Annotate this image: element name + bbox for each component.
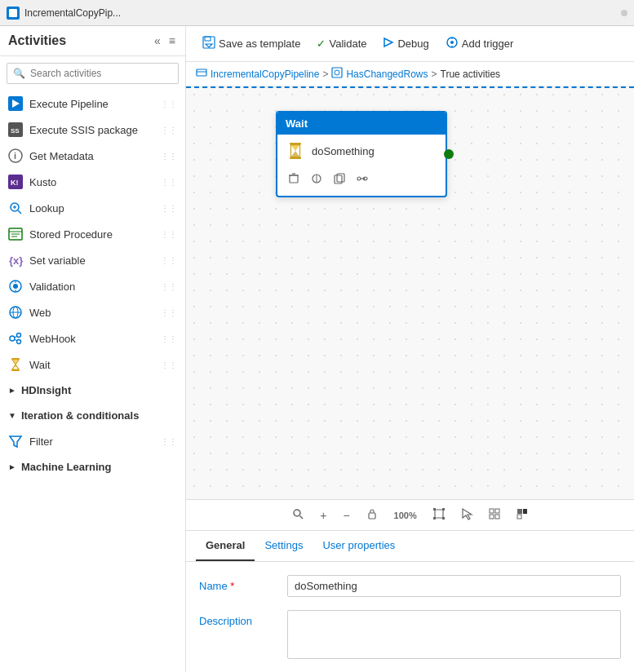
validate-icon: ✓ (317, 38, 326, 50)
filter-activity-icon (8, 434, 23, 449)
activity-item-get-metadata[interactable]: i Get Metadata ⋮⋮ (0, 143, 185, 169)
node-actions (277, 167, 446, 196)
canvas-area[interactable]: Wait doSomething (186, 86, 634, 500)
activity-item-execute-ssis[interactable]: SS Execute SSIS package ⋮⋮ (0, 117, 185, 143)
description-input[interactable] (287, 610, 621, 659)
svg-rect-0 (9, 9, 17, 17)
svg-rect-71 (495, 515, 499, 519)
debug-icon (383, 37, 394, 51)
wait-icon (8, 357, 23, 372)
breadcrumb-icon (196, 67, 207, 81)
node-view-button[interactable] (308, 170, 325, 189)
validate-label: Validate (329, 38, 366, 50)
svg-line-10 (18, 210, 21, 214)
webhook-icon (8, 331, 23, 346)
svg-point-27 (17, 340, 21, 344)
add-trigger-button[interactable]: Add trigger (439, 33, 521, 55)
debug-button[interactable]: Debug (376, 33, 435, 54)
drag-handle: ⋮⋮ (161, 256, 177, 265)
activity-item-web[interactable]: Web ⋮⋮ (0, 299, 185, 325)
canvas-lock-button[interactable] (361, 505, 383, 525)
node-connect-button[interactable] (354, 170, 370, 189)
activity-item-lookup[interactable]: Lookup ⋮⋮ (0, 195, 185, 221)
trigger-icon (446, 36, 459, 51)
svg-rect-68 (490, 509, 494, 513)
activity-item-set-variable[interactable]: {x} Set variable ⋮⋮ (0, 247, 185, 273)
section-iteration[interactable]: ▼ Iteration & conditionals (0, 403, 185, 428)
node-delete-button[interactable] (286, 170, 302, 189)
activity-label-validation: Validation (29, 281, 75, 293)
properties-tabs: General Settings User properties (186, 531, 634, 562)
activity-item-filter[interactable]: Filter ⋮⋮ (0, 428, 185, 454)
svg-rect-41 (197, 69, 206, 76)
name-input[interactable] (287, 575, 621, 597)
breadcrumb-pipeline[interactable]: IncrementalCopyPipeline (211, 69, 319, 80)
activity-item-wait[interactable]: Wait ⋮⋮ (0, 351, 185, 378)
svg-point-55 (357, 177, 361, 180)
sidebar-header: Activities « ≡ (0, 26, 185, 56)
canvas-select-button[interactable] (456, 505, 477, 525)
activity-label-lookup: Lookup (29, 202, 64, 214)
activity-label-filter: Filter (29, 435, 53, 448)
svg-point-26 (17, 334, 21, 338)
chevron-down-icon: ▼ (8, 411, 16, 420)
activity-item-kusto[interactable]: K! Kusto ⋮⋮ (0, 169, 185, 195)
get-metadata-icon: i (8, 148, 23, 163)
svg-text:{x}: {x} (9, 254, 23, 267)
drag-handle: ⋮⋮ (161, 230, 177, 239)
node-header: Wait (277, 113, 446, 135)
node-copy-button[interactable] (331, 170, 348, 189)
unsaved-indicator (621, 10, 627, 16)
tab-general[interactable]: General (196, 531, 255, 561)
breadcrumb-has-changed-rows[interactable]: HasChangedRows (346, 69, 428, 80)
activity-item-stored-procedure[interactable]: Stored Procedure ⋮⋮ (0, 221, 185, 247)
sidebar: Activities « ≡ 🔍 Execut (0, 26, 186, 672)
svg-rect-70 (490, 515, 494, 519)
search-input[interactable] (7, 63, 179, 84)
activity-label-get-metadata: Get Metadata (29, 150, 94, 162)
title-bar-text: IncrementalCopyPip... (24, 7, 616, 19)
drag-handle: ⋮⋮ (161, 437, 177, 446)
node-name-label: doSomething (312, 145, 375, 157)
svg-marker-35 (206, 44, 212, 47)
drag-handle: ⋮⋮ (161, 204, 177, 213)
wait-activity-node[interactable]: Wait doSomething (276, 111, 447, 197)
save-as-template-button[interactable]: Save as template (196, 33, 307, 55)
filter-icon[interactable]: ≡ (167, 33, 177, 49)
description-label: Description (199, 610, 281, 627)
canvas-frame-button[interactable] (428, 505, 450, 525)
svg-marker-36 (384, 38, 392, 46)
canvas-grid-button[interactable] (484, 505, 505, 525)
section-machine-learning[interactable]: ► Machine Learning (0, 454, 185, 480)
svg-rect-43 (332, 68, 342, 77)
canvas-zoom-in-button[interactable]: + (315, 506, 331, 525)
activity-item-webhook[interactable]: WebHook ⋮⋮ (0, 325, 185, 351)
svg-text:K!: K! (11, 179, 19, 187)
activity-list: Execute Pipeline ⋮⋮ SS Execute SSIS pack… (0, 91, 185, 672)
drag-handle: ⋮⋮ (161, 126, 177, 135)
title-bar: IncrementalCopyPip... (0, 0, 634, 26)
svg-point-44 (335, 70, 339, 75)
stored-procedure-icon (8, 227, 23, 241)
canvas-fit-button[interactable]: 100% (389, 507, 422, 524)
activity-item-validation[interactable]: Validation ⋮⋮ (0, 273, 185, 299)
search-box: 🔍 (7, 63, 179, 84)
svg-rect-66 (442, 517, 445, 519)
canvas-options-button[interactable] (512, 505, 533, 525)
debug-label: Debug (397, 38, 428, 50)
set-variable-icon: {x} (8, 253, 23, 267)
validate-button[interactable]: ✓ Validate (310, 34, 373, 53)
collapse-icon[interactable]: « (153, 33, 162, 49)
node-body: doSomething (277, 135, 446, 167)
drag-handle: ⋮⋮ (161, 99, 177, 108)
canvas-search-button[interactable] (287, 505, 308, 525)
activity-item-execute-pipeline[interactable]: Execute Pipeline ⋮⋮ (0, 91, 185, 117)
tab-settings[interactable]: Settings (255, 531, 313, 561)
section-hdinsight[interactable]: ► HDInsight (0, 378, 185, 403)
tab-user-properties[interactable]: User properties (313, 531, 405, 561)
activity-label-kusto: Kusto (29, 176, 56, 188)
kusto-icon: K! (8, 175, 23, 189)
save-template-icon (202, 36, 215, 51)
canvas-zoom-out-button[interactable]: − (338, 506, 354, 525)
svg-point-38 (450, 41, 454, 44)
